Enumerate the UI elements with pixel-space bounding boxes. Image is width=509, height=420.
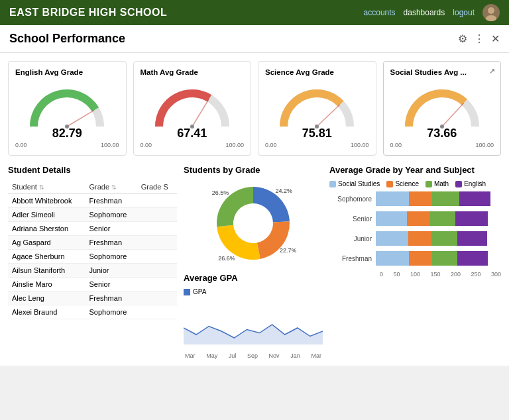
- gauge-svg-3: [396, 80, 488, 133]
- table-cell: Freshman: [85, 236, 137, 250]
- gpa-legend: GPA: [184, 288, 323, 295]
- bar-row: Junior: [329, 231, 501, 246]
- avatar: [482, 4, 500, 21]
- bottom-row: Student Details Student ⇅ Grade ⇅ Grade …: [8, 165, 501, 358]
- settings-icon[interactable]: ⚙: [458, 32, 467, 45]
- bar-segment-1: [407, 211, 430, 226]
- table-cell: [137, 250, 177, 264]
- gauge-max-3: 100.00: [475, 142, 494, 148]
- accounts-link[interactable]: accounts: [364, 8, 396, 17]
- donut-label-3: 26.5%: [212, 189, 229, 196]
- bar-row: Senior: [329, 211, 501, 226]
- table-cell: Adler Simeoli: [8, 208, 85, 222]
- gauge-container-1: 67.41 0.00 100.00: [141, 80, 245, 148]
- bar-segment-0: [376, 211, 407, 226]
- bar-segment-0: [376, 231, 408, 246]
- logout-link[interactable]: logout: [453, 8, 475, 17]
- bar-segment-2: [432, 251, 457, 266]
- table-cell: [137, 208, 177, 222]
- table-cell: [137, 305, 177, 319]
- gauge-title-1: Math Avg Grade: [141, 68, 245, 76]
- gauge-min-2: 0.00: [265, 142, 277, 148]
- table-cell: Sophomore: [85, 250, 137, 264]
- legend-dot: [455, 181, 462, 187]
- gauge-labels-3: 0.00 100.00: [390, 142, 494, 148]
- gpa-section: Average GPA GPA MarMayJulSepNovJanMar: [184, 273, 323, 358]
- sort-icon2: ⇅: [111, 184, 117, 191]
- bar-segment-3: [455, 211, 488, 226]
- svg-point-1: [486, 15, 496, 21]
- bar-legend: Social StudiesScienceMathEnglish: [329, 180, 501, 187]
- legend-label: English: [464, 180, 486, 187]
- header: EAST BRIDGE HIGH SCHOOL accounts dashboa…: [0, 0, 509, 25]
- bar-x-label: 0: [380, 271, 383, 278]
- bar-segment-2: [431, 231, 457, 246]
- dashboards-link[interactable]: dashboards: [404, 8, 445, 17]
- gauge-svg-1: [146, 80, 239, 133]
- avg-gpa-title: Average GPA: [184, 273, 323, 283]
- bar-row-label: Freshman: [329, 255, 376, 262]
- bar-stack: [376, 251, 501, 266]
- avg-grade-title: Average Grade by Year and Subject: [329, 165, 501, 175]
- table-cell: [137, 236, 177, 250]
- table-cell: Sophomore: [85, 208, 137, 222]
- gpa-x-labels: MarMayJulSepNovJanMar: [184, 352, 323, 359]
- table-cell: Alexei Braund: [8, 305, 85, 319]
- table-cell: Agace Sherburn: [8, 250, 85, 264]
- close-icon[interactable]: ✕: [491, 32, 500, 45]
- bar-chart: SophomoreSeniorJuniorFreshman: [329, 191, 501, 266]
- page-title: School Performance: [9, 32, 125, 46]
- bar-segment-1: [409, 191, 432, 206]
- table-row: Adriana SherstonSenior: [8, 222, 177, 236]
- bar-segment-3: [459, 191, 490, 206]
- gauge-labels-0: 0.00 100.00: [15, 142, 119, 148]
- table-cell: Ag Gaspard: [8, 236, 85, 250]
- bar-segment-0: [376, 251, 409, 266]
- table-row: Ag GaspardFreshman: [8, 236, 177, 250]
- bar-chart-section: Average Grade by Year and Subject Social…: [329, 165, 501, 358]
- gauge-title-0: English Avg Grade: [15, 68, 119, 76]
- gauge-max-0: 100.00: [101, 142, 119, 148]
- legend-dot: [386, 181, 393, 187]
- gauge-min-3: 0.00: [390, 142, 402, 148]
- expand-icon[interactable]: ↗: [489, 67, 495, 76]
- bar-legend-item: Social Studies: [329, 180, 380, 187]
- gauge-card-2: Science Avg Grade 75.81 0.00 100.00: [258, 61, 376, 156]
- bar-segment-1: [408, 231, 431, 246]
- table-row: Abbott WhitebrookFreshman: [8, 194, 177, 208]
- gpa-legend-dot: [184, 289, 190, 295]
- legend-dot: [425, 181, 432, 187]
- svg-line-2: [67, 110, 94, 127]
- table-cell: [137, 194, 177, 208]
- gauge-value-3: 73.66: [427, 127, 457, 140]
- donut-label-0: 24.2%: [275, 187, 292, 194]
- page-header: School Performance ⚙ ⋮ ✕: [0, 25, 509, 53]
- gauge-labels-1: 0.00 100.00: [141, 142, 245, 148]
- gauge-max-2: 100.00: [351, 142, 369, 148]
- page-actions: ⚙ ⋮ ✕: [458, 32, 500, 45]
- gauge-container-2: 75.81 0.00 100.00: [265, 80, 369, 148]
- gauge-title-2: Science Avg Grade: [265, 68, 369, 76]
- gauge-card-3: Social Studies Avg ... ↗ 73.66 0.00 100.…: [383, 61, 502, 156]
- table-row: Adler SimeoliSophomore: [8, 208, 177, 222]
- gpa-x-label: Mar: [311, 352, 321, 359]
- main-content: English Avg Grade 82.79 0.00 100.00 Math…: [0, 53, 509, 366]
- student-details-section: Student Details Student ⇅ Grade ⇅ Grade …: [8, 165, 177, 358]
- gauge-value-2: 75.81: [302, 127, 332, 140]
- more-icon[interactable]: ⋮: [474, 32, 484, 45]
- table-cell: Junior: [85, 264, 137, 278]
- header-nav: accounts dashboards logout: [364, 4, 500, 21]
- table-cell: Ainslie Maro: [8, 278, 85, 291]
- table-cell: Freshman: [85, 291, 137, 305]
- col-grade: Grade ⇅: [85, 180, 137, 194]
- legend-label: Social Studies: [338, 180, 380, 187]
- col-student: Student ⇅: [8, 180, 85, 194]
- bar-stack: [376, 211, 501, 226]
- gauge-container-0: 82.79 0.00 100.00: [15, 80, 119, 148]
- middle-col: Students by Grade 24.2%22.7%26.6%26.5% A…: [184, 165, 323, 358]
- gpa-area: [184, 325, 323, 344]
- gpa-x-label: Nov: [269, 352, 280, 359]
- svg-line-8: [442, 103, 464, 127]
- legend-label: Math: [434, 180, 449, 187]
- gauge-min-1: 0.00: [141, 142, 152, 148]
